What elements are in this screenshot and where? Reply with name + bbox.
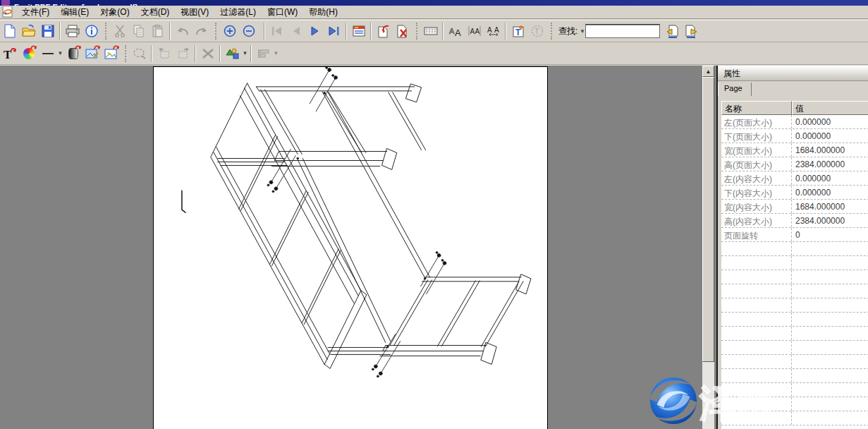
scrollbar-track[interactable]	[702, 362, 714, 429]
property-value[interactable]: 1684.000000	[792, 143, 868, 157]
vertical-scrollbar[interactable]: ▲	[702, 66, 714, 429]
property-value[interactable]: 2384.000000	[792, 214, 868, 227]
next-page-button[interactable]	[305, 22, 324, 40]
window-app-icon	[1, 0, 10, 6]
empty-row	[721, 270, 868, 284]
text-mode-button[interactable]: T	[527, 22, 546, 40]
page-layout-button[interactable]	[349, 22, 368, 40]
shapes-dropdown[interactable]: ▼	[242, 50, 248, 56]
properties-panel-title: 属性	[718, 66, 868, 81]
add-text-button[interactable]: T	[508, 22, 527, 40]
line-style-button[interactable]	[38, 44, 57, 63]
find-previous-button[interactable]	[663, 22, 682, 40]
rotate-left-button[interactable]	[154, 44, 173, 63]
last-page-button[interactable]	[324, 22, 343, 40]
open-button[interactable]	[19, 22, 38, 40]
scrollbar-thumb[interactable]	[702, 77, 714, 362]
find-input[interactable]	[585, 24, 660, 38]
font-replace-button[interactable]: A A	[446, 22, 465, 40]
copy-button[interactable]	[129, 22, 148, 40]
tab-page[interactable]: Page	[718, 83, 752, 96]
toolbar-separator	[195, 45, 196, 62]
document-info-button[interactable]	[82, 22, 101, 40]
edit-shading-button[interactable]	[63, 44, 82, 63]
toolbar-separator	[151, 45, 152, 62]
redo-button[interactable]	[192, 22, 211, 40]
svg-text:A: A	[487, 26, 492, 34]
delete-page-button[interactable]	[393, 22, 412, 40]
delete-object-button[interactable]	[198, 44, 217, 63]
menu-object[interactable]: 对象(O)	[94, 6, 135, 19]
toolbar-grip	[416, 23, 418, 40]
menu-file[interactable]: 文件(F)	[16, 6, 55, 19]
word-spacing-icon: A A	[487, 25, 501, 37]
main-toolbar: A A A A A A T T 查找: ▼	[0, 20, 868, 42]
menu-window[interactable]: 窗口(W)	[262, 6, 303, 19]
insert-shape-button[interactable]	[223, 44, 242, 63]
paste-button[interactable]	[148, 22, 167, 40]
property-value[interactable]: 0.000000	[792, 171, 868, 185]
menu-help[interactable]: 帮助(H)	[303, 6, 343, 19]
property-value[interactable]: 0.000000	[792, 186, 868, 199]
toolbar-grip	[551, 23, 553, 40]
zoom-in-button[interactable]	[220, 22, 239, 40]
toolbar-separator	[169, 23, 171, 40]
toolbar-separator	[505, 23, 506, 40]
rotate-right-button[interactable]	[173, 44, 192, 63]
property-row[interactable]: 左(页面大小) 0.000000	[721, 115, 868, 129]
property-row[interactable]: 高(页面大小) 2384.000000	[721, 157, 868, 171]
pdf-page[interactable]	[153, 66, 548, 429]
svg-text:A: A	[470, 28, 475, 35]
align-objects-button[interactable]	[254, 44, 273, 63]
zoom-out-button[interactable]	[239, 22, 258, 40]
property-row[interactable]: 下(内容大小) 0.000000	[721, 186, 868, 200]
edit-text-object-button[interactable]: T	[0, 44, 19, 63]
undo-button[interactable]	[173, 22, 192, 40]
property-row[interactable]: 高(内容大小) 2384.000000	[721, 214, 868, 228]
property-row[interactable]: 下(页面大小) 0.000000	[721, 129, 868, 143]
edit-color-button[interactable]	[19, 44, 38, 63]
keyboard-icon	[424, 26, 438, 36]
menu-filter[interactable]: 过滤器(L)	[214, 6, 262, 19]
print-button[interactable]	[63, 22, 82, 40]
property-value[interactable]: 0	[792, 228, 868, 241]
property-row[interactable]: 左(内容大小) 0.000000	[721, 171, 868, 186]
svg-text:A: A	[494, 26, 499, 34]
object-toolbar: T ▼	[0, 42, 868, 65]
free-select-button[interactable]	[130, 44, 149, 63]
property-value[interactable]: 0.000000	[792, 129, 868, 143]
property-value[interactable]: 1684.000000	[792, 200, 868, 213]
cut-button[interactable]	[110, 22, 129, 40]
word-spacing-button[interactable]: A A	[484, 22, 503, 40]
document-workspace[interactable]: ▲ 属性 Page 名称 值 左(页面大小) 0.000000 下(页面大小) …	[0, 66, 868, 429]
char-spacing-button[interactable]: A A	[465, 22, 484, 40]
delete-page-icon	[396, 25, 409, 38]
insert-page-button[interactable]	[374, 22, 393, 40]
scroll-up-button[interactable]: ▲	[702, 66, 714, 77]
virtual-keyboard-button[interactable]	[421, 22, 440, 40]
line-style-dropdown[interactable]: ▼	[57, 50, 63, 56]
property-row[interactable]: 宽(内容大小) 1684.000000	[721, 200, 868, 214]
new-document-button[interactable]	[0, 22, 19, 40]
property-name: 宽(内容大小)	[721, 200, 792, 213]
find-next-button[interactable]	[682, 22, 701, 40]
find-history-dropdown[interactable]: ▼	[579, 28, 585, 35]
edit-image-button[interactable]	[82, 44, 102, 63]
property-row[interactable]: 宽(页面大小) 1684.000000	[721, 143, 868, 157]
last-page-icon	[329, 26, 340, 36]
insert-image-button[interactable]	[102, 44, 121, 63]
red-curve-arrow-icon	[94, 44, 102, 51]
menu-document[interactable]: 文档(D)	[135, 6, 176, 19]
menu-view[interactable]: 视图(V)	[175, 6, 214, 19]
property-name: 高(内容大小)	[721, 214, 792, 227]
previous-page-icon	[291, 26, 301, 36]
property-row[interactable]: 页面旋转 0	[721, 228, 868, 242]
previous-page-button[interactable]	[286, 22, 305, 40]
first-page-button[interactable]	[267, 22, 286, 40]
menu-edit[interactable]: 编辑(E)	[55, 6, 94, 19]
property-value[interactable]: 0.000000	[792, 115, 868, 128]
align-dropdown[interactable]: ▼	[273, 50, 279, 56]
property-value[interactable]: 2384.000000	[792, 157, 868, 171]
svg-text:T: T	[515, 28, 521, 37]
save-button[interactable]	[38, 22, 57, 40]
